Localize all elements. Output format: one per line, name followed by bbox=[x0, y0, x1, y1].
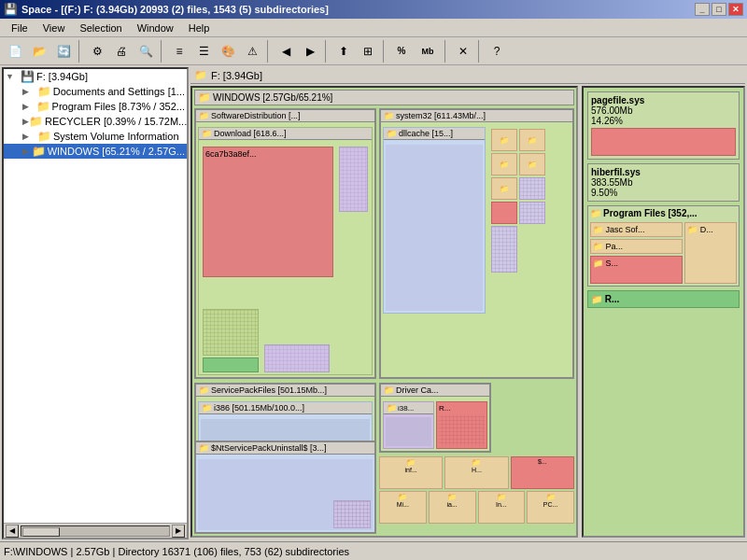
tree-item-label: RECYCLER [0.39% / 15.72M... bbox=[45, 116, 187, 127]
hiberfil-item[interactable]: hiberfil.sys 383.55Mb 9.50% bbox=[587, 163, 740, 202]
tree-item-docs[interactable]: ▶ 📁 Documents and Settings [1... bbox=[4, 84, 187, 99]
minimize-button[interactable]: _ bbox=[695, 3, 710, 16]
pc-block[interactable]: 📁 PC... bbox=[527, 491, 574, 524]
open-button[interactable]: 📂 bbox=[28, 40, 50, 63]
separator5 bbox=[383, 40, 387, 63]
dollar-label: $... bbox=[538, 458, 547, 465]
tree-item-windows[interactable]: ▶ 📁 WINDOWS [65.21% / 2.57G... bbox=[4, 144, 187, 159]
menu-file[interactable]: File bbox=[4, 21, 35, 35]
tree-root[interactable]: ▼ 💾 F: [3.94Gb] bbox=[4, 69, 187, 84]
menu-window[interactable]: Window bbox=[130, 21, 181, 35]
folder-thumb5[interactable]: 📁 bbox=[491, 177, 517, 200]
file-small4[interactable] bbox=[339, 147, 368, 212]
forward-button[interactable]: ▶ bbox=[299, 40, 321, 63]
d-folder[interactable]: 📁 D... bbox=[684, 222, 737, 284]
back-button[interactable]: ◀ bbox=[275, 40, 297, 63]
scroll-thumb[interactable] bbox=[22, 527, 60, 537]
help-button[interactable]: ? bbox=[486, 40, 508, 63]
list-button[interactable]: ≡ bbox=[168, 40, 190, 63]
servicepack-label: ServicePackFiles [501.15Mb...] bbox=[211, 385, 327, 395]
print-button[interactable]: 🖨 bbox=[110, 40, 133, 63]
file-small2[interactable] bbox=[203, 357, 259, 372]
ia-block[interactable]: 📁 ia... bbox=[429, 491, 476, 524]
mb-button[interactable]: Mb bbox=[415, 40, 441, 63]
menu-view[interactable]: View bbox=[35, 21, 73, 35]
menubar: File View Selection Window Help bbox=[0, 19, 747, 37]
close-scan-button[interactable]: ✕ bbox=[452, 40, 474, 63]
file-small3[interactable] bbox=[264, 344, 330, 372]
expand-icon: ▶ bbox=[22, 102, 36, 111]
file-6ca7[interactable]: 6ca7b3a8ef... bbox=[203, 147, 333, 277]
jasc-label: Jasc Sof... bbox=[606, 225, 645, 234]
in-block[interactable]: 📁 In... bbox=[478, 491, 526, 524]
driverca-block[interactable]: 📁 Driver Ca... 📁 i38... R... bbox=[379, 383, 491, 453]
folder-thumb4[interactable]: 📁 bbox=[519, 153, 545, 175]
color-button[interactable]: 🎨 bbox=[217, 40, 239, 63]
folder-thumb1[interactable]: 📁 bbox=[491, 129, 517, 151]
i38-small-block[interactable]: 📁 i38... bbox=[383, 401, 434, 449]
ntservice-file[interactable] bbox=[333, 500, 371, 528]
separator7 bbox=[478, 40, 482, 63]
h-block[interactable]: 📁 H... bbox=[444, 456, 508, 489]
up-button[interactable]: ⬆ bbox=[332, 40, 355, 63]
file-thumb1[interactable] bbox=[519, 177, 545, 200]
refresh-button[interactable]: 🔄 bbox=[52, 40, 75, 63]
r-bottom-item[interactable]: 📁 R... bbox=[587, 290, 740, 308]
s-folder[interactable]: 📁 S... bbox=[590, 256, 683, 284]
ntservice-header: 📁 $NtServicePackUninstall$ [3...] bbox=[196, 442, 374, 455]
scroll-left-arrow[interactable]: ◀ bbox=[6, 525, 19, 538]
dllcache-block[interactable]: 📁 dllcache [15...] bbox=[383, 127, 486, 314]
new-button[interactable]: 📄 bbox=[4, 40, 26, 63]
pa-folder[interactable]: 📁 Pa... bbox=[590, 239, 683, 254]
close-button[interactable]: ✕ bbox=[728, 3, 743, 16]
inf-block[interactable]: 📁 inf... bbox=[379, 456, 443, 489]
tree-root-label: F: [3.94Gb] bbox=[36, 71, 88, 82]
in-label: In... bbox=[496, 501, 507, 508]
scroll-track[interactable] bbox=[21, 525, 170, 537]
center-treemap[interactable]: 📁 WINDOWS [2.57Gb/65.21%] 📁 SoftwareDist… bbox=[190, 86, 578, 538]
dollar-block[interactable]: $... bbox=[511, 456, 574, 489]
warn-button[interactable]: ⚠ bbox=[241, 40, 263, 63]
split-button[interactable]: ⊞ bbox=[357, 40, 379, 63]
tree-view: ▼ 💾 F: [3.94Gb] ▶ 📁 Documents and Settin… bbox=[4, 69, 187, 523]
r-block[interactable]: R... bbox=[436, 401, 487, 449]
program-files-box[interactable]: 📁 Program Files [352,... 📁 Jasc Sof... 📁 bbox=[587, 205, 740, 287]
restore-button[interactable]: □ bbox=[712, 3, 726, 16]
pagefile-item[interactable]: pagefile.sys 576.00Mb 14.26% bbox=[587, 91, 740, 160]
detail-button[interactable]: ☰ bbox=[192, 40, 215, 63]
file-small1[interactable] bbox=[203, 309, 259, 356]
small-blocks-row: 📁 inf... 📁 H... $... bbox=[379, 456, 574, 489]
scroll-right-arrow[interactable]: ▶ bbox=[172, 525, 185, 538]
file-thumb3[interactable] bbox=[519, 202, 545, 224]
file-thumb4[interactable] bbox=[491, 226, 517, 273]
program-files-label: Program Files [352,... bbox=[603, 208, 698, 218]
horizontal-scrollbar[interactable]: ◀ ▶ bbox=[4, 523, 187, 538]
find-button[interactable]: 🔍 bbox=[134, 40, 157, 63]
softwaredist-header: 📁 SoftwareDistribution [...] bbox=[196, 110, 374, 122]
jasc-folder[interactable]: 📁 Jasc Sof... bbox=[590, 222, 683, 237]
folder-thumb2[interactable]: 📁 bbox=[519, 129, 545, 151]
softwaredist-block[interactable]: 📁 SoftwareDistribution [...] 📁 Download … bbox=[194, 108, 376, 379]
tree-item-recycler[interactable]: ▶ 📁 RECYCLER [0.39% / 15.72M... bbox=[4, 114, 187, 129]
file-thumb2[interactable] bbox=[491, 202, 517, 224]
download-block[interactable]: 📁 Download [618.6...] 6ca7b3a8ef... bbox=[198, 127, 373, 375]
menu-help[interactable]: Help bbox=[181, 21, 218, 35]
folder-icon: 📁 bbox=[29, 115, 43, 128]
folder-icon: 📁 bbox=[32, 145, 46, 158]
folder-icon: 📁 bbox=[36, 100, 50, 113]
ntservice-block[interactable]: 📁 $NtServicePackUninstall$ [3...] bbox=[194, 441, 376, 534]
download-header: 📁 Download [618.6...] bbox=[199, 128, 372, 140]
menu-selection[interactable]: Selection bbox=[72, 21, 129, 35]
tree-item-progfiles[interactable]: ▶ 📁 Program Files [8.73% / 352... bbox=[4, 99, 187, 114]
folder-icon: 📁 bbox=[384, 111, 394, 120]
mi-block[interactable]: 📁 Mi... bbox=[379, 491, 427, 524]
folder-thumb3[interactable]: 📁 bbox=[491, 153, 517, 175]
i386-label: i386 [501.15Mb/100.0...] bbox=[214, 403, 304, 413]
statusbar: F:\WINDOWS | 2.57Gb | Directory 16371 (1… bbox=[0, 541, 747, 560]
settings-button[interactable]: ⚙ bbox=[86, 40, 108, 63]
system32-block[interactable]: 📁 system32 [611.43Mb/...] 📁 dllcache [15… bbox=[379, 108, 574, 379]
percent-button[interactable]: % bbox=[390, 40, 413, 63]
tree-item-sysvolinfo[interactable]: ▶ 📁 System Volume Information bbox=[4, 129, 187, 144]
folder-icon: 📁 bbox=[546, 493, 556, 501]
inf-label: inf... bbox=[405, 467, 417, 473]
